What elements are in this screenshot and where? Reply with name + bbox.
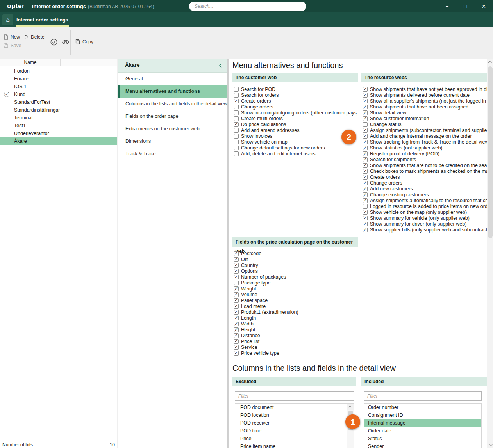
checkbox[interactable] [234,128,239,133]
checkbox[interactable] [363,192,368,197]
checkbox[interactable] [234,286,239,291]
checkbox[interactable] [234,93,239,98]
checkbox-item[interactable]: Add new customers [363,186,487,192]
checkbox-item[interactable]: Show vehicle on the map (only supplier w… [363,209,487,215]
delete-button[interactable]: Delete [23,34,45,40]
checkbox[interactable] [363,204,368,209]
checkbox[interactable] [363,140,368,144]
checkbox-item[interactable]: Show all a supplier's shipments (not jus… [363,98,487,104]
checkbox[interactable] [234,151,239,156]
checkbox[interactable] [363,222,368,226]
checkbox-item[interactable]: Show summary for driver (only supplier w… [363,221,487,227]
checkbox-item[interactable]: Change existing customers [363,192,487,197]
checkbox-item[interactable]: Ort [234,256,357,262]
close-button[interactable]: ✕ [475,0,493,12]
settings-list-item[interactable]: Förare [0,75,117,83]
checkbox-item[interactable]: Show invoices [234,133,357,139]
checkbox-item[interactable]: Price list [234,338,357,344]
checkbox-item[interactable]: Show vehicle on map [234,139,357,145]
new-button[interactable]: New [3,34,20,40]
copy-button[interactable]: Copy [75,39,93,44]
checkbox[interactable] [363,116,368,121]
checkbox-item[interactable]: Add and amend addresses [234,127,357,133]
checkbox[interactable] [363,175,368,180]
checkbox-item[interactable]: Assign shipments (subcontractor, termina… [363,127,487,133]
checkbox[interactable] [234,110,239,115]
checkbox-item[interactable]: Change status [363,121,487,127]
checkbox[interactable] [234,304,239,309]
checkbox[interactable] [363,134,368,139]
checkbox[interactable] [363,198,368,203]
minimize-button[interactable]: − [438,0,456,12]
checkbox-item[interactable]: Add and change internal message on the o… [363,133,487,139]
checkbox[interactable] [234,99,239,103]
checkbox-item[interactable]: Price vehicle type [234,350,357,356]
settings-list-item[interactable]: IOS 1 [0,83,117,91]
checkbox[interactable] [234,87,239,92]
scrollbar-thumb[interactable] [488,66,493,238]
checkbox[interactable] [363,105,368,109]
excluded-list-item[interactable]: POD receiver [235,419,347,427]
settings-list-item[interactable]: Åkare [0,137,117,145]
included-list-item[interactable]: Order date [364,427,481,435]
settings-list-item[interactable]: StandardForTest [0,98,117,106]
checkbox-item[interactable]: Load metre [234,303,357,309]
checkbox[interactable] [234,257,239,262]
checkbox[interactable] [234,316,239,320]
checkbox[interactable] [363,216,368,220]
checkbox[interactable] [234,327,239,332]
checkbox[interactable] [363,110,368,115]
checkbox-item[interactable]: Show shipments that have not been assign… [363,104,487,110]
checkbox-item[interactable]: Check boxes to mark shipments as checked… [363,168,487,174]
checkbox-item[interactable]: Length [234,315,357,321]
checkbox[interactable] [363,157,368,162]
checkbox[interactable] [363,151,368,156]
save-button[interactable]: Save [3,43,21,48]
maximize-button[interactable]: □ [456,0,475,12]
nav-item[interactable]: Columns in the lists and fields in the d… [118,98,227,110]
checkbox-item[interactable]: Assign shipments automatically to the re… [363,197,487,203]
checkbox[interactable] [234,134,239,139]
settings-list-item[interactable]: Terminal [0,114,117,122]
checkbox[interactable] [234,269,239,274]
checkbox[interactable] [234,281,239,285]
name-column-header[interactable]: Name [0,59,61,66]
checkbox-item[interactable]: Package type [234,280,357,286]
excluded-list-item[interactable]: Price [235,435,347,443]
search-input[interactable] [189,2,306,11]
home-icon[interactable]: ⌂ [2,14,13,25]
checkbox-item[interactable]: Show statistics (not supplier web) [363,145,487,151]
checkbox[interactable] [363,210,368,215]
checkbox-item[interactable]: Search for shipments [363,156,487,162]
excluded-list-item[interactable]: POD time [235,427,347,435]
nav-item[interactable]: Dimensions [118,135,227,148]
checkbox-item[interactable]: Create multi-orders [234,116,357,121]
checkbox[interactable] [363,187,368,191]
checkbox-item[interactable]: Add, delete and edit internet users [234,151,357,156]
checkbox[interactable] [234,263,239,268]
checkbox[interactable] [234,292,239,297]
checkbox-item[interactable]: Register proof of delivery (POD) [363,151,487,156]
nav-item[interactable]: Menu alternatives and functions [118,85,227,98]
excluded-filter-input[interactable] [235,391,354,401]
checkbox[interactable] [363,181,368,185]
checkbox-item[interactable]: Show tracking log from Track & Trace in … [363,139,487,145]
checkbox-item[interactable]: Show supplier bills (only supplier web a… [363,227,487,233]
tab-internet-order-settings[interactable]: Internet order settings [15,12,70,27]
main-scrollbar[interactable] [487,59,493,448]
checkbox-item[interactable]: Create orders [363,174,487,180]
checkbox[interactable] [363,228,368,232]
included-list-item[interactable]: Status [364,435,481,443]
checkbox[interactable] [234,345,239,350]
checkbox[interactable] [234,310,239,315]
excluded-list-item[interactable]: POD location [235,411,347,419]
preview-button[interactable] [62,38,70,46]
checkbox[interactable] [363,93,368,98]
checkbox-item[interactable]: Service [234,344,357,350]
excluded-list-item[interactable]: POD document [235,404,347,411]
checkbox-item[interactable]: Change orders [234,104,357,110]
checkbox[interactable] [234,339,239,344]
included-list-item[interactable]: Order number [364,404,481,411]
checkbox[interactable] [234,322,239,326]
included-list-item[interactable]: Consignment ID [364,411,481,419]
